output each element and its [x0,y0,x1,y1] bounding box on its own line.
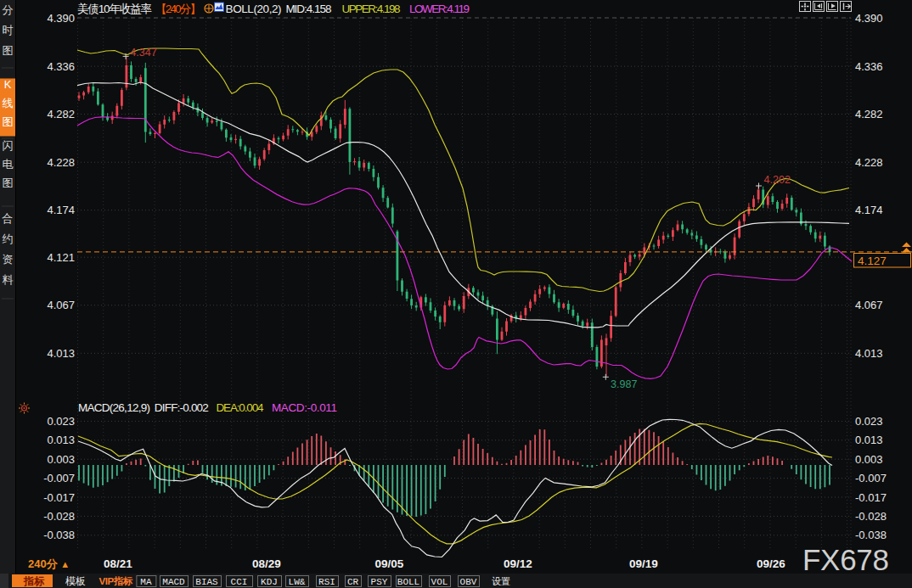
svg-text:4.282: 4.282 [47,108,75,120]
svg-text:线: 线 [3,97,14,109]
svg-text:09/05: 09/05 [375,557,404,570]
svg-text:4.347: 4.347 [130,47,157,59]
svg-text:PSY: PSY [371,577,388,587]
svg-text:分: 分 [3,3,14,16]
svg-text:4.336: 4.336 [47,60,75,73]
svg-text:4.067: 4.067 [855,299,883,311]
svg-text:09/26: 09/26 [757,557,785,570]
svg-text:电: 电 [3,158,14,171]
svg-text:UPPER:4.198: UPPER:4.198 [342,3,401,15]
svg-text:闪: 闪 [3,139,14,152]
svg-text:08/21: 08/21 [104,557,132,570]
svg-text:MACD(26,12,9): MACD(26,12,9) [78,401,150,414]
svg-text:4.127: 4.127 [858,255,887,267]
svg-text:图: 图 [3,44,14,57]
svg-text:时: 时 [3,24,14,36]
svg-text:-0.017: -0.017 [43,491,75,504]
svg-text:MACD:-0.011: MACD:-0.011 [272,401,337,414]
svg-text:-0.007: -0.007 [855,472,887,484]
svg-text:CR: CR [347,577,359,587]
svg-text:4.121: 4.121 [47,251,75,264]
svg-text:-0.028: -0.028 [855,510,887,523]
svg-text:设置: 设置 [492,576,510,587]
svg-text:4.202: 4.202 [764,174,791,186]
svg-text:CCI: CCI [231,577,248,587]
svg-text:-0.038: -0.038 [43,529,75,541]
svg-text:美债10年收益率: 美债10年收益率 [77,3,152,15]
svg-text:4.390: 4.390 [855,12,883,25]
svg-text:MA: MA [140,577,152,587]
svg-text:图: 图 [3,176,14,189]
svg-text:指标: 指标 [23,575,45,587]
svg-text:约: 约 [3,232,14,245]
svg-text:模板: 模板 [65,575,86,587]
svg-text:合: 合 [3,212,14,225]
svg-text:4.067: 4.067 [47,299,75,311]
svg-text:MID:4.158: MID:4.158 [285,3,331,15]
svg-text:0.013: 0.013 [855,434,883,446]
svg-text:4.174: 4.174 [47,204,75,216]
svg-text:LOWER:4.119: LOWER:4.119 [409,3,470,15]
svg-text:-0.007: -0.007 [43,472,75,484]
svg-text:OBV: OBV [460,577,477,587]
svg-text:料: 料 [3,273,14,286]
svg-text:0.003: 0.003 [855,453,883,466]
svg-text:4.174: 4.174 [855,204,883,216]
svg-text:LW&: LW& [289,577,306,587]
svg-text:RSI: RSI [318,577,335,587]
svg-text:4.013: 4.013 [855,347,883,360]
svg-text:4.228: 4.228 [47,156,75,169]
svg-text:4.390: 4.390 [47,12,75,25]
svg-text:BIAS: BIAS [195,577,218,587]
svg-text:DIFF:-0.002: DIFF:-0.002 [155,401,209,414]
svg-text:3.987: 3.987 [611,378,638,390]
svg-text:4.336: 4.336 [855,60,883,73]
svg-text:-0.017: -0.017 [855,491,887,504]
svg-text:-0.038: -0.038 [855,529,887,541]
svg-text:240分 ▲: 240分 ▲ [28,557,70,570]
svg-text:4.282: 4.282 [855,108,883,120]
svg-text:KDJ: KDJ [261,577,278,587]
svg-text:MACD: MACD [162,577,185,587]
svg-text:K: K [4,78,12,91]
svg-text:FX678: FX678 [802,543,889,576]
svg-text:09/19: 09/19 [629,557,658,570]
svg-text:0.023: 0.023 [855,415,883,428]
svg-text:08/29: 08/29 [252,557,281,570]
svg-text:图: 图 [3,115,14,128]
svg-text:0.003: 0.003 [47,453,75,466]
svg-text:DEA:0.004: DEA:0.004 [217,401,264,414]
svg-text:资: 资 [3,253,14,266]
svg-text:VIP指标: VIP指标 [99,576,134,586]
svg-text:0.013: 0.013 [47,434,75,446]
svg-text:【240分】: 【240分】 [155,3,201,15]
svg-text:-0.028: -0.028 [43,510,75,523]
svg-text:4.013: 4.013 [47,347,75,360]
svg-text:VOL: VOL [431,577,448,587]
svg-text:BOLL(20,2): BOLL(20,2) [226,3,282,15]
svg-text:09/12: 09/12 [504,557,532,570]
svg-text:0.023: 0.023 [47,415,75,428]
svg-text:BOLL: BOLL [397,577,419,587]
svg-text:4.228: 4.228 [855,156,883,169]
